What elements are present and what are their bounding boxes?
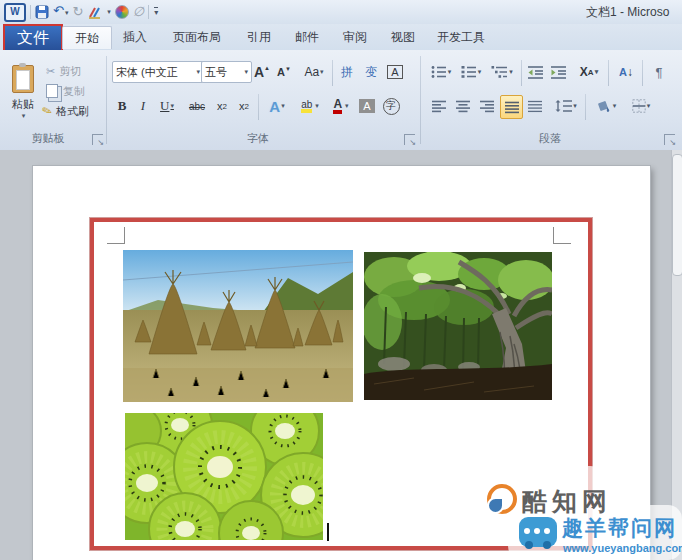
enclose-character-button[interactable]: 字 — [380, 95, 402, 117]
color-wheel-button[interactable] — [115, 5, 129, 19]
numbering-button[interactable]: ▾ — [457, 61, 485, 83]
image-haystacks[interactable] — [123, 250, 353, 402]
character-border-button[interactable]: A — [384, 61, 406, 83]
bold-button[interactable]: B — [112, 95, 132, 117]
image-kiwi-slices[interactable] — [125, 413, 323, 540]
strikethrough-button[interactable]: abc — [184, 95, 210, 117]
tab-page-layout[interactable]: 页面布局 — [160, 26, 234, 48]
format-painter-brush-icon: ✎ — [40, 103, 54, 120]
word-app-icon[interactable]: W — [4, 3, 26, 22]
multilevel-list-button[interactable]: ▾ — [487, 61, 517, 83]
kuzhi-logo-icon — [487, 484, 517, 514]
multilevel-dropdown-icon: ▾ — [509, 68, 513, 76]
subscript-button[interactable]: x2 — [212, 95, 232, 117]
red-annotation-box: 文件 — [3, 24, 63, 53]
multilevel-list-icon — [491, 65, 508, 79]
ribbon-tab-row: 文件 开始 插入 页面布局 引用 邮件 审阅 视图 开发工具 — [0, 24, 682, 50]
paint-bucket-icon — [596, 99, 612, 113]
redo-button[interactable]: ↻ — [72, 5, 83, 19]
undo-button[interactable]: ↶▾ — [53, 4, 68, 20]
align-left-icon — [432, 100, 446, 113]
numbering-icon — [461, 65, 477, 79]
change-case-button[interactable]: Aa▾ — [300, 61, 328, 83]
distribute-button[interactable] — [524, 95, 545, 117]
grow-arrow-icon: ▲ — [264, 65, 270, 71]
shading-button[interactable]: ▾ — [591, 95, 621, 117]
shrink-font-button[interactable]: A▼ — [274, 61, 294, 83]
customize-qat-button[interactable]: ▾ — [154, 7, 158, 17]
font-color-dropdown-icon: ▾ — [345, 102, 349, 110]
underline-button[interactable]: U▾ — [154, 95, 180, 117]
shrink-arrow-icon: ▼ — [285, 66, 291, 72]
shading-dropdown-icon: ▾ — [613, 102, 617, 110]
decrease-indent-button[interactable] — [525, 61, 546, 83]
line-spacing-icon — [555, 99, 572, 113]
character-shading-button[interactable]: A — [356, 95, 378, 117]
underline-dropdown-icon: ▾ — [170, 102, 174, 110]
undo-dropdown-icon: ▾ — [65, 9, 69, 16]
clipboard-dialog-launcher[interactable]: ↘ — [92, 134, 103, 145]
brush-icon — [87, 5, 102, 19]
text-highlight-button[interactable]: ab ▾ — [294, 95, 324, 117]
align-right-button[interactable] — [476, 95, 497, 117]
italic-button[interactable]: I — [134, 95, 152, 117]
font-color-button[interactable]: A ▾ — [326, 95, 354, 117]
character-scaling-button[interactable]: 变 — [360, 61, 382, 83]
text-effects-button[interactable]: A ▾ — [263, 95, 291, 117]
tab-file[interactable]: 文件 — [5, 26, 61, 51]
scrollbar-thumb[interactable] — [672, 154, 682, 276]
font-group-label: 字体 — [108, 131, 408, 146]
draw-brush-button[interactable] — [87, 5, 102, 19]
tab-mailings[interactable]: 邮件 — [284, 26, 330, 48]
phonetic-guide-button[interactable]: 拼 — [336, 61, 358, 83]
line-spacing-button[interactable]: ▾ — [551, 95, 581, 117]
superscript-button[interactable]: x2 — [234, 95, 254, 117]
copy-icon — [46, 84, 58, 98]
highlight-dropdown-icon: ▾ — [315, 102, 319, 110]
text-insertion-cursor — [327, 523, 329, 541]
distribute-icon — [528, 100, 542, 113]
font-dialog-launcher[interactable]: ↘ — [404, 134, 415, 145]
margin-corner-mark-left — [107, 227, 125, 244]
ribbon: 粘贴 ▾ ✂ 剪切 复制 ✎ 格式刷 剪贴板 ↘ 宋体 (中文正▾ 五号▾ A▲… — [0, 50, 682, 151]
yueyangbang-watermark-text: 趣羊帮问网 — [562, 514, 677, 542]
justify-button-selected[interactable] — [500, 95, 523, 119]
tab-insert[interactable]: 插入 — [112, 26, 158, 48]
scissors-icon: ✂ — [46, 65, 55, 78]
show-hide-marks-button[interactable]: ¶ — [648, 61, 670, 83]
bullets-button[interactable]: ▾ — [427, 61, 455, 83]
bullets-dropdown-icon: ▾ — [448, 68, 452, 76]
align-left-button[interactable] — [428, 95, 449, 117]
increase-indent-icon — [551, 65, 566, 79]
paragraph-dialog-launcher[interactable]: ↘ — [664, 134, 675, 145]
tab-review[interactable]: 审阅 — [332, 26, 378, 48]
font-name-combo[interactable]: 宋体 (中文正▾ — [112, 61, 204, 83]
title-bar: W ↶▾ ↻ ▾ ∅ ▾ 文档1 - Microso — [0, 0, 682, 25]
paste-dropdown-icon: ▾ — [22, 112, 26, 120]
justify-icon — [505, 101, 519, 114]
increase-indent-button[interactable] — [548, 61, 569, 83]
sort-button[interactable]: A ↓ — [614, 61, 638, 83]
paste-button[interactable]: 粘贴 ▾ — [4, 56, 42, 128]
tab-developer[interactable]: 开发工具 — [428, 26, 494, 48]
tab-references[interactable]: 引用 — [236, 26, 282, 48]
cut-button[interactable]: ✂ 剪切 — [46, 63, 81, 79]
borders-dropdown-icon: ▾ — [647, 102, 651, 110]
tab-view[interactable]: 视图 — [380, 26, 426, 48]
font-size-combo[interactable]: 五号▾ — [201, 61, 252, 83]
font-size-dropdown-icon: ▾ — [244, 68, 248, 76]
asian-layout-button[interactable]: XA ▾ — [574, 61, 604, 83]
borders-button[interactable]: ▾ — [625, 95, 657, 117]
paste-clipboard-icon — [12, 65, 34, 93]
align-center-button[interactable] — [452, 95, 473, 117]
font-color-bar-icon — [333, 110, 342, 114]
brush-dropdown-icon[interactable]: ▾ — [107, 8, 111, 16]
margin-corner-mark-right — [553, 227, 571, 244]
tab-home[interactable]: 开始 — [62, 26, 112, 49]
grow-font-button[interactable]: A▲ — [252, 61, 272, 83]
image-forest-tree[interactable] — [364, 252, 552, 400]
copy-button[interactable]: 复制 — [46, 83, 85, 99]
highlight-color-bar-icon — [301, 109, 312, 113]
save-button[interactable] — [35, 5, 49, 19]
format-painter-button[interactable]: ✎ 格式刷 — [42, 103, 89, 119]
